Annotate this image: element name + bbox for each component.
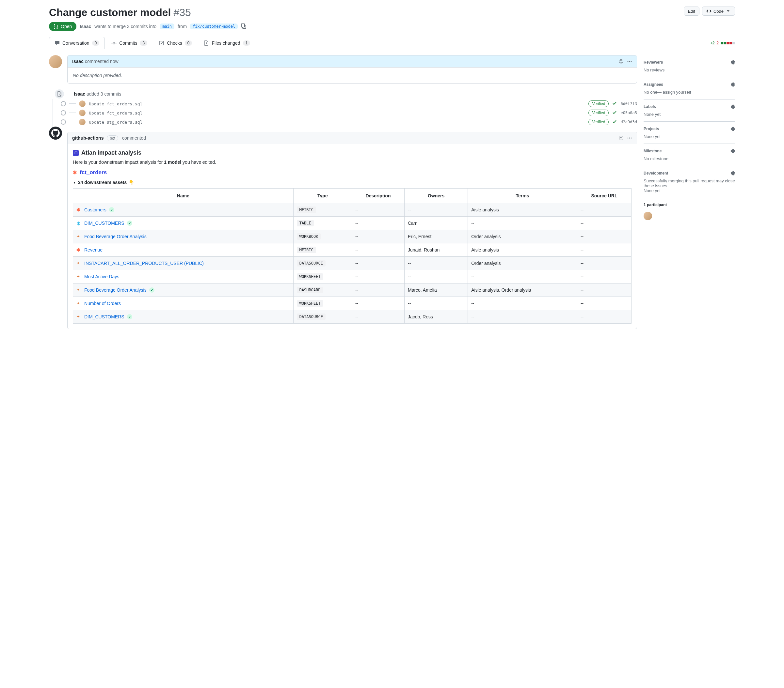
asset-link[interactable]: Food Beverage Order Analysis bbox=[84, 287, 147, 292]
commit-message[interactable]: Update fct_orders.sql bbox=[89, 102, 585, 106]
author-avatar[interactable] bbox=[49, 55, 62, 68]
development-value: None yet bbox=[644, 188, 735, 193]
participant-avatar[interactable] bbox=[644, 212, 652, 220]
desc-cell: -- bbox=[352, 203, 405, 217]
development-desc: Successfully merging this pull request m… bbox=[644, 179, 735, 188]
pr-state-badge: Open bbox=[49, 22, 76, 31]
gear-icon[interactable] bbox=[730, 171, 735, 176]
metric-icon: ✱ bbox=[76, 247, 82, 253]
metric-icon: ✱ bbox=[76, 207, 82, 212]
downstream-toggle[interactable]: ▼ 24 downstream assets 👇 bbox=[73, 180, 631, 185]
terms-cell: Order analysis bbox=[468, 257, 577, 270]
asset-link[interactable]: Number of Orders bbox=[84, 301, 121, 306]
svg-point-4 bbox=[629, 61, 630, 62]
gear-icon[interactable] bbox=[730, 104, 735, 109]
no-description: No description provided. bbox=[73, 73, 122, 78]
tab-conversation[interactable]: Conversation 0 bbox=[49, 37, 105, 49]
table-row: ✦INSTACART_ALL_ORDER_PRODUCTS_USER (PUBL… bbox=[73, 257, 631, 270]
kebab-icon[interactable] bbox=[627, 135, 632, 141]
commit-sha[interactable]: e05a0a5 bbox=[620, 111, 637, 115]
table-row: ✦Number of Orders WORKSHEET -- -- -- -- bbox=[73, 297, 631, 310]
table-row: ✦Food Beverage Order Analysis✓ DASHBOARD… bbox=[73, 284, 631, 297]
asset-link[interactable]: Most Active Days bbox=[84, 274, 119, 279]
owners-cell: -- bbox=[404, 270, 468, 284]
bot-author[interactable]: github-actions bbox=[72, 135, 104, 141]
table-row: ✦Most Active Days WORKSHEET -- -- -- -- bbox=[73, 270, 631, 284]
source-branch[interactable]: fix/customer-model bbox=[190, 23, 238, 30]
url-cell: -- bbox=[577, 284, 631, 297]
target-branch[interactable]: main bbox=[160, 23, 175, 30]
assign-yourself-link[interactable]: assign yourself bbox=[662, 90, 691, 95]
type-chip: DATASOURCE bbox=[297, 314, 326, 320]
svg-point-11 bbox=[631, 138, 632, 139]
desc-cell: -- bbox=[352, 257, 405, 270]
files-icon bbox=[204, 41, 209, 46]
owners-cell: -- bbox=[404, 203, 468, 217]
verified-badge[interactable]: Verified bbox=[588, 119, 609, 125]
tab-checks[interactable]: Checks 0 bbox=[154, 37, 197, 49]
table-header: Name bbox=[73, 189, 293, 203]
asset-link[interactable]: INSTACART_ALL_ORDER_PRODUCTS_USER (PUBLI… bbox=[84, 261, 204, 266]
commit-message[interactable]: Update stg_orders.sql bbox=[89, 120, 585, 125]
svg-point-6 bbox=[619, 136, 623, 140]
commit-author-avatar[interactable] bbox=[79, 110, 86, 116]
tab-commits[interactable]: Commits 3 bbox=[106, 37, 153, 49]
verified-badge[interactable]: Verified bbox=[588, 110, 609, 116]
edit-button[interactable]: Edit bbox=[684, 7, 700, 16]
bot-avatar[interactable] bbox=[49, 126, 62, 140]
svg-point-5 bbox=[631, 61, 632, 62]
conversation-icon bbox=[54, 41, 60, 46]
pr-tabs: Conversation 0 Commits 3 Checks 0 Files … bbox=[49, 37, 735, 49]
table-header: Source URL bbox=[577, 189, 631, 203]
terms-cell: Aisle analysis bbox=[468, 203, 577, 217]
url-cell: -- bbox=[577, 297, 631, 310]
type-chip: WORKBOOK bbox=[297, 233, 321, 240]
milestone-value: No milestone bbox=[644, 156, 735, 161]
commit-sha[interactable]: d2a9d3d bbox=[620, 120, 637, 124]
gear-icon[interactable] bbox=[730, 82, 735, 87]
copy-branch-icon[interactable] bbox=[241, 23, 246, 30]
asset-link[interactable]: Food Beverage Order Analysis bbox=[84, 234, 147, 239]
asset-link[interactable]: Revenue bbox=[84, 247, 102, 253]
commit-message[interactable]: Update fct_orders.sql bbox=[89, 111, 585, 115]
url-cell: -- bbox=[577, 203, 631, 217]
pr-author[interactable]: Isaac bbox=[80, 24, 91, 29]
asset-link[interactable]: DIM_CUSTOMERS bbox=[84, 314, 124, 319]
commit-author-avatar[interactable] bbox=[79, 100, 86, 107]
type-chip: METRIC bbox=[297, 246, 316, 253]
code-button[interactable]: Code bbox=[702, 7, 735, 16]
desc-cell: -- bbox=[352, 230, 405, 243]
emoji-icon[interactable] bbox=[618, 59, 624, 64]
asset-link[interactable]: Customers bbox=[84, 207, 107, 212]
owners-cell: Eric, Ernest bbox=[404, 230, 468, 243]
desc-cell: -- bbox=[352, 297, 405, 310]
verified-badge[interactable]: Verified bbox=[588, 100, 609, 107]
tab-files-changed[interactable]: Files changed 1 bbox=[199, 37, 255, 49]
table-row: ✦DIM_CUSTOMERS✓ DATASOURCE -- Jacob, Ros… bbox=[73, 310, 631, 323]
gear-icon[interactable] bbox=[730, 148, 735, 154]
commit-dot-icon bbox=[61, 110, 66, 115]
commit-dot-icon bbox=[61, 101, 66, 106]
code-icon bbox=[706, 8, 712, 14]
emoji-icon[interactable] bbox=[618, 135, 624, 141]
gear-icon[interactable] bbox=[730, 60, 735, 65]
kebab-icon[interactable] bbox=[627, 59, 632, 64]
caret-down-icon: ▼ bbox=[73, 181, 76, 184]
gear-icon[interactable] bbox=[730, 126, 735, 131]
verified-check-icon: ✓ bbox=[109, 207, 114, 212]
table-row: ✱Revenue METRIC -- Junaid, Roshan Aisle … bbox=[73, 243, 631, 257]
table-row: ❄DIM_CUSTOMERS✓ TABLE -- Cam -- -- bbox=[73, 217, 631, 230]
commits-event-author[interactable]: Isaac bbox=[74, 91, 85, 97]
commit-sha[interactable]: 6d0f7f3 bbox=[620, 102, 637, 106]
comment-author[interactable]: Isaac bbox=[72, 59, 84, 64]
asset-link[interactable]: DIM_CUSTOMERS bbox=[84, 220, 124, 226]
tableau-icon: ✦ bbox=[76, 234, 82, 239]
url-cell: -- bbox=[577, 270, 631, 284]
url-cell: -- bbox=[577, 243, 631, 257]
desc-cell: -- bbox=[352, 243, 405, 257]
merge-desc: wants to merge 3 commits into bbox=[94, 24, 156, 29]
table-header: Terms bbox=[468, 189, 577, 203]
owners-cell: Junaid, Roshan bbox=[404, 243, 468, 257]
commit-author-avatar[interactable] bbox=[79, 119, 86, 125]
model-name-link[interactable]: fct_orders bbox=[80, 169, 107, 176]
